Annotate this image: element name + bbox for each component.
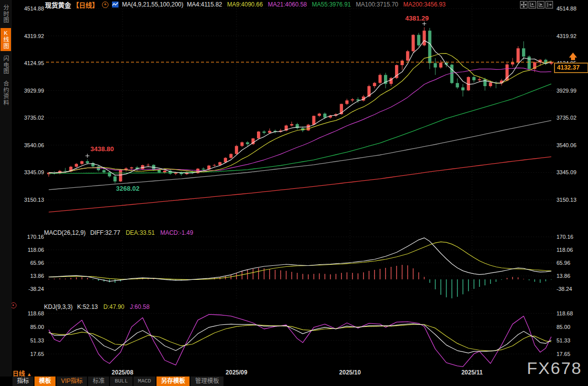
candle-body [312,116,315,125]
candlestick-chart-icon[interactable] [112,2,118,8]
macd-axis-label-left: -38.24 [28,286,44,292]
candle-body [439,63,442,68]
price-axis-label-right: 3345.09 [556,169,576,175]
candle-body [456,83,459,88]
axis-scale-right-icon[interactable] [537,1,544,9]
ma4-line [49,41,552,175]
kdj-k-line [49,324,552,353]
macd-value-2: MACD:-1.49 [160,229,193,236]
sidebar-tab-闪电图[interactable]: 闪电图 [0,54,11,77]
export-icon[interactable] [546,1,553,9]
macd-axis-label-left: 170.16 [27,234,44,240]
candle-body [428,31,431,63]
ma-params-label: MA(4,9,21,55,100,200) [122,1,184,8]
candle-body [417,35,420,46]
x-axis-month-label: 2025/08 [112,369,134,376]
app-root: 4514.884514.884319.924319.924124.954124.… [0,0,588,386]
axis-scale-up-icon[interactable] [528,1,536,9]
candle-body [102,170,106,172]
kdj-axis-label-left: 118.68 [28,310,44,316]
ma-value-MA200: MA200:3456.93 [404,1,446,8]
ma-values: MA4:4115.82MA9:4090.66MA21:4060.58MA55:3… [187,1,450,8]
ma-value-MA9: MA9:4090.66 [227,1,262,8]
period-badge: 【日线】 [72,0,98,10]
candle-body [323,114,326,118]
ma-value-MA4: MA4:4115.82 [187,1,222,8]
x-axis-month-label: 2025/10 [339,369,361,376]
candle-body [472,77,476,80]
ma21-line [49,68,552,173]
sidebar-tab-K线图[interactable]: K线图 [0,28,11,51]
price-axis-label-left: 4124.95 [24,60,44,66]
candle-body [224,158,227,162]
candle-body [213,165,216,166]
x-axis-month-label: 2025/11 [462,369,483,376]
candle-body [130,167,133,168]
candle-body [406,51,409,61]
toolbar-button-VIP指标[interactable]: VIP指标 [56,376,87,386]
ma9-line [49,54,552,173]
candle-body [434,63,436,68]
price-axis-label-right: 3735.02 [556,115,576,121]
sidebar-tab-合约资料[interactable]: 合约资料 [0,79,11,108]
last-price-box: 4132.37 [554,63,588,73]
candle-body [422,31,426,45]
toolbar-button-MACD[interactable]: MACD [134,376,156,386]
candle-body [484,79,486,86]
macd-diff-line [49,238,552,281]
toolbar-button-指标[interactable]: 指标 [12,376,34,386]
kdj-values: K:52.13D:47.90J:60.58 [77,303,150,310]
price-up-arrow-icon [569,53,577,58]
candle-body [400,61,404,65]
price-axis-label-left: 4319.92 [24,33,44,39]
macd-axis-label-right: 118.06 [556,247,573,253]
toolbar-button-另存模板[interactable]: 另存模板 [156,376,190,386]
price-annotation: 4381.29 [405,15,428,22]
ma-value-MA21: MA21:4060.58 [268,1,307,8]
ma100-line [49,121,552,190]
candle-body [511,63,514,65]
chart-header: 现货黄金 【日线】 + MA(4,9,21,55,100,200) MA4:41… [45,1,450,9]
sidebar-tab-分时图[interactable]: 分时图 [0,3,11,26]
kdj-axis-label-right: 85.00 [556,324,570,330]
price-axis-label-left: 3540.06 [24,142,44,148]
x-axis-month-label: 2025/09 [226,369,248,376]
kdj-value-2: J:60.58 [130,303,150,310]
kdj-title: KDJ(9,3,3) [44,303,72,310]
symbol-title: 现货黄金 [45,0,71,10]
macd-axis-label-right: 13.86 [556,273,570,279]
chart-tools [520,1,553,9]
kdj-d-line [49,324,552,351]
candle-body [290,124,293,126]
kdj-value-1: D:47.90 [104,303,124,310]
macd-axis-label-left: 65.96 [30,260,44,266]
candle-body [163,171,166,173]
ma-value-MA100: MA100:3715.70 [356,1,398,8]
candle-body [528,57,530,69]
candle-body [522,48,525,57]
toolbar-button-BULL[interactable]: BULL [110,376,132,386]
macd-value-0: DIFF:32.77 [90,229,120,236]
toolbar-button-模板[interactable]: 模板 [34,376,56,386]
candle-body [378,75,382,83]
candle-body [257,132,260,139]
add-indicator-icon[interactable]: + [102,2,108,8]
candle-body [158,170,160,173]
kdj-axis-label-right: 17.65 [556,351,570,357]
price-annotation: 3438.80 [90,145,114,153]
candle-body [146,165,150,165]
candle-body [240,142,244,146]
candle-body [235,146,238,154]
toolbar-button-标准[interactable]: 标准 [88,376,109,386]
candle-body [306,125,310,130]
candle-body [86,161,89,163]
pan-icon[interactable] [520,1,528,9]
candle-body [373,83,376,86]
toolbar-button-管理模板[interactable]: 管理模板 [190,376,224,386]
chart-canvas[interactable]: 4514.884514.884319.924319.924124.954124.… [0,0,588,386]
price-axis-label-left: 3150.13 [24,197,44,203]
sidebar: 分时图K线图闪电图合约资料 [0,0,12,386]
kdj-axis-label-right: 118.68 [556,310,573,316]
kdj-axis-label-left: 51.33 [30,337,44,343]
price-axis-label-right: 3150.13 [556,197,576,203]
